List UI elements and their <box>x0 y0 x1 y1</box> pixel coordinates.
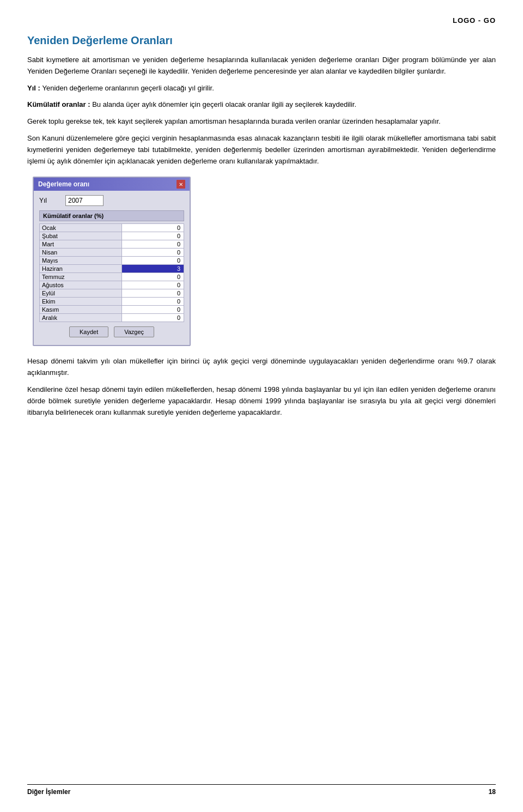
month-value-temmuz[interactable]: 0 <box>122 273 184 281</box>
cancel-button[interactable]: Vazgeç <box>114 326 154 337</box>
dialog-title: Değerleme oranı <box>38 180 89 188</box>
month-name-aralık: Aralık <box>40 314 122 322</box>
footer-right: 18 <box>489 788 496 796</box>
month-value-ekim[interactable]: 0 <box>122 298 184 306</box>
month-value-eylül[interactable]: 0 <box>122 289 184 298</box>
month-value-ağustos[interactable]: 0 <box>122 281 184 289</box>
month-value-şubat[interactable]: 0 <box>122 232 184 240</box>
dialog-body: Yıl Kümülatif oranlar (%) Ocak0Şubat0Mar… <box>34 191 190 345</box>
month-name-şubat: Şubat <box>40 232 122 240</box>
month-value-mart[interactable]: 0 <box>122 240 184 249</box>
hesap-donemi-paragraph: Hesap dönemi takvim yılı olan mükellefle… <box>27 356 496 379</box>
month-name-ekim: Ekim <box>40 298 122 306</box>
logo-text: LOGO - GO <box>453 16 496 25</box>
month-name-mart: Mart <box>40 240 122 249</box>
month-value-ocak[interactable]: 0 <box>122 224 184 232</box>
month-name-ocak: Ocak <box>40 224 122 232</box>
month-name-temmuz: Temmuz <box>40 273 122 281</box>
month-value-haziran[interactable]: 3 <box>122 265 184 273</box>
kumulatif-label: Kümülatif oranlar : <box>27 100 92 108</box>
gerek-paragraph: Gerek toplu gerekse tek, tek kayıt seçil… <box>27 116 496 128</box>
page-title: Yeniden Değerleme Oranları <box>27 34 496 47</box>
son-kanuni-paragraph: Son Kanuni düzenlemelere göre geçici ver… <box>27 133 496 167</box>
dialog-close-button[interactable]: ✕ <box>177 180 185 189</box>
month-value-aralık[interactable]: 0 <box>122 314 184 322</box>
yil-label: Yıl : <box>27 84 42 92</box>
month-value-mayıs[interactable]: 0 <box>122 257 184 265</box>
footer-left: Diğer İşlemler <box>27 788 70 796</box>
yil-input[interactable] <box>65 195 104 206</box>
month-name-nisan: Nisan <box>40 249 122 257</box>
kumulatif-paragraph: Kümülatif oranlar : Bu alanda üçer aylık… <box>27 99 496 111</box>
kumulatif-text: Bu alanda üçer aylık dönemler için geçer… <box>92 100 356 108</box>
dialog-buttons: Kaydet Vazgeç <box>39 326 184 341</box>
month-name-kasım: Kasım <box>40 306 122 314</box>
month-value-kasım[interactable]: 0 <box>122 306 184 314</box>
yil-paragraph: Yıl : Yeniden değerleme oranlarının geçe… <box>27 83 496 94</box>
footer: Diğer İşlemler 18 <box>27 784 496 796</box>
month-name-ağustos: Ağustos <box>40 281 122 289</box>
degerleme-dialog: Değerleme oranı ✕ Yıl Kümülatif oranlar … <box>33 177 191 346</box>
months-table: Ocak0Şubat0Mart0Nisan0Mayıs0Haziran3Temm… <box>39 223 184 322</box>
yil-text: Yeniden değerleme oranlarının geçerli ol… <box>42 84 214 92</box>
save-button[interactable]: Kaydet <box>69 326 108 337</box>
month-name-mayıs: Mayıs <box>40 257 122 265</box>
month-name-haziran: Haziran <box>40 265 122 273</box>
kendilerine-paragraph: Kendilerine özel hesap dönemi tayin edil… <box>27 384 496 418</box>
month-name-eylül: Eylül <box>40 289 122 298</box>
yil-field-label: Yıl <box>39 197 61 204</box>
intro-paragraph: Sabit kıymetlere ait amortisman ve yenid… <box>27 54 496 77</box>
dialog-titlebar: Değerleme oranı ✕ <box>34 178 190 191</box>
month-value-nisan[interactable]: 0 <box>122 249 184 257</box>
yil-row: Yıl <box>39 195 184 206</box>
kumulatif-section-header: Kümülatif oranlar (%) <box>39 210 184 221</box>
